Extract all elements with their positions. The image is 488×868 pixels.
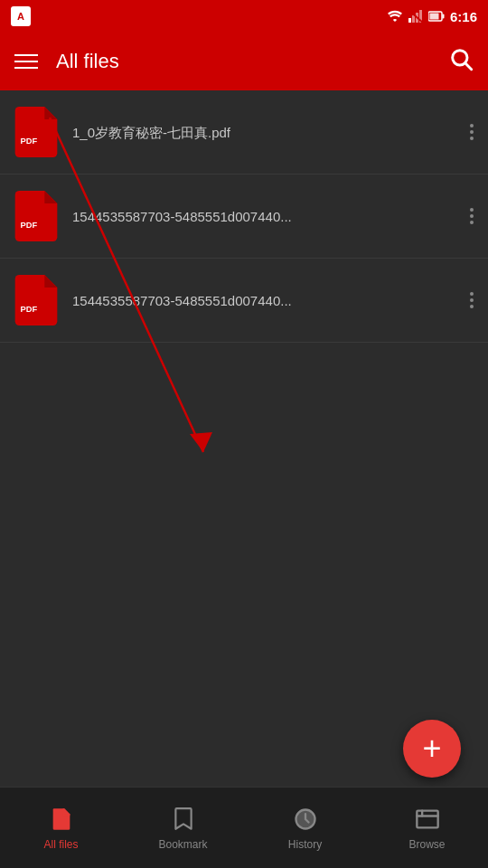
svg-text:PDF: PDF — [21, 305, 38, 314]
svg-rect-6 — [442, 14, 444, 19]
svg-text:PDF: PDF — [21, 137, 38, 146]
svg-rect-16 — [417, 810, 437, 827]
status-time: 6:16 — [450, 9, 477, 24]
nav-label-history: History — [288, 838, 322, 851]
page-title: All files — [56, 50, 119, 73]
file-name: 1544535587703-5485551d007440... — [72, 207, 416, 226]
file-item[interactable]: PDF 1_0岁教育秘密-七田真.pdf — [0, 90, 488, 175]
more-options-button[interactable] — [466, 288, 477, 312]
more-options-button[interactable] — [466, 204, 477, 228]
battery-icon — [428, 10, 445, 23]
add-file-button[interactable]: + — [403, 720, 461, 778]
file-list: PDF 1_0岁教育秘密-七田真.pdf PDF 1544535587703-5… — [0, 90, 488, 343]
svg-line-9 — [465, 63, 471, 69]
nav-label-bookmark: Bookmark — [158, 838, 207, 851]
pdf-icon: PDF — [14, 191, 58, 241]
signal-icon — [408, 10, 423, 23]
svg-rect-7 — [429, 14, 438, 20]
bottom-navigation: All files Bookmark History Browse — [0, 787, 488, 868]
svg-text:PDF: PDF — [21, 221, 38, 230]
app-header: All files — [0, 33, 488, 90]
nav-item-bookmark[interactable]: Bookmark — [122, 806, 244, 851]
file-item[interactable]: PDF 1544535587703-5485551d007440... — [0, 175, 488, 259]
nav-item-history[interactable]: History — [244, 806, 366, 851]
file-name: 1_0岁教育秘密-七田真.pdf — [72, 123, 416, 142]
wifi-icon — [387, 10, 403, 23]
status-bar-right: 6:16 — [387, 9, 477, 24]
status-bar: A 6:16 — [0, 0, 488, 33]
adobe-icon: A — [11, 6, 31, 26]
pdf-icon: PDF — [14, 275, 58, 326]
more-options-button[interactable] — [466, 120, 477, 144]
nav-item-all-files[interactable]: All files — [0, 806, 122, 851]
hamburger-menu-button[interactable] — [14, 54, 38, 69]
svg-rect-1 — [412, 15, 415, 23]
bookmark-icon — [170, 806, 197, 833]
status-bar-left: A — [11, 6, 31, 26]
file-name: 1544535587703-5485551d007440... — [72, 291, 416, 310]
add-icon: + — [422, 732, 441, 765]
all-files-icon — [48, 806, 75, 833]
nav-item-browse[interactable]: Browse — [366, 806, 488, 851]
nav-label-all-files: All files — [43, 838, 78, 851]
svg-marker-14 — [190, 432, 212, 452]
history-icon — [292, 806, 319, 833]
browse-icon — [414, 806, 441, 833]
svg-rect-0 — [408, 18, 411, 23]
file-item[interactable]: PDF 1544535587703-5485551d007440... — [0, 259, 488, 343]
pdf-icon: PDF — [14, 107, 58, 157]
search-button[interactable] — [448, 46, 474, 78]
header-left: All files — [14, 50, 119, 73]
nav-label-browse: Browse — [408, 838, 445, 851]
